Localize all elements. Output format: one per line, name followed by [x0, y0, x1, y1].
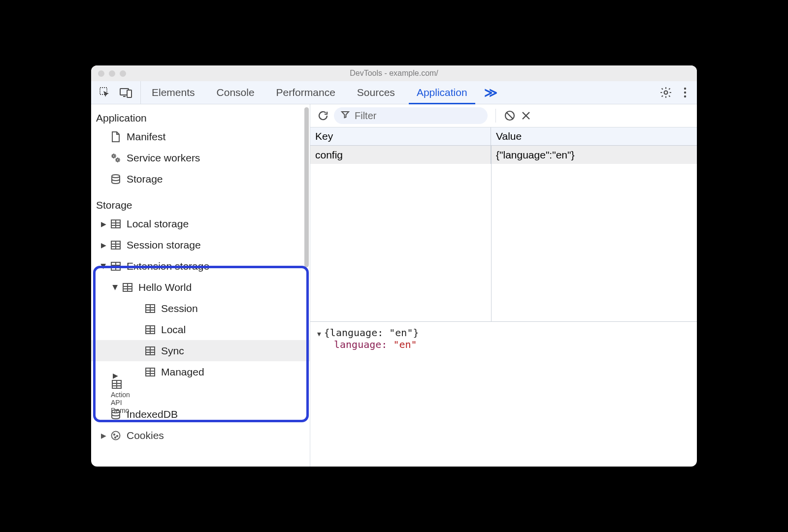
table-row[interactable]: config {"language":"en"} — [310, 146, 697, 164]
sidebar-item-session-storage[interactable]: Session storage — [91, 234, 310, 255]
storage-panel: Key Value config {"language":"en"} ▼{lan… — [310, 104, 697, 467]
sidebar-item-label: Hello World — [138, 282, 192, 293]
preview-key: language — [334, 339, 381, 350]
cookie-icon — [110, 430, 122, 441]
table-icon — [144, 367, 156, 377]
table-icon — [110, 240, 122, 250]
sidebar-item-session[interactable]: Session — [91, 298, 310, 319]
tab-sources[interactable]: Sources — [346, 81, 406, 104]
table-icon — [144, 304, 156, 313]
document-icon — [110, 131, 122, 143]
sidebar-item-sync[interactable]: Sync — [91, 340, 310, 361]
device-toolbar-icon[interactable] — [120, 87, 132, 98]
chevron-right-icon[interactable] — [99, 220, 108, 228]
sidebar-item-label: Local — [161, 324, 186, 336]
storage-toolbar — [310, 104, 697, 127]
svg-point-19 — [112, 410, 120, 413]
section-application: Application — [91, 109, 310, 126]
cell-key[interactable]: config — [310, 146, 491, 164]
devtools-window: DevTools - example.com/ Elements Console… — [91, 65, 697, 467]
tab-elements[interactable]: Elements — [141, 81, 206, 104]
preview-summary-text: {language: "en"} — [324, 327, 419, 339]
sidebar-item-label: Service workers — [127, 152, 200, 164]
sidebar-item-label: Session storage — [127, 239, 201, 251]
sidebar-item-cookies[interactable]: Cookies — [91, 425, 310, 446]
sidebar-item-label: Storage — [127, 173, 163, 185]
sidebar-item-action-api-demo[interactable]: Action API Demo — [91, 382, 310, 404]
scrollbar[interactable] — [304, 107, 309, 267]
sidebar-item-storage[interactable]: Storage — [91, 168, 310, 189]
sidebar-item-local-storage[interactable]: Local storage — [91, 213, 310, 234]
chevron-down-icon[interactable] — [99, 262, 108, 270]
sidebar-item-label: Manifest — [127, 131, 165, 143]
gears-icon — [110, 153, 122, 163]
sidebar-item-service-workers[interactable]: Service workers — [91, 147, 310, 168]
tabs-overflow-icon[interactable]: ≫ — [478, 81, 503, 104]
kebab-menu-icon[interactable] — [683, 87, 687, 98]
chevron-right-icon[interactable]: Action API Demo — [111, 372, 120, 414]
table-header: Key Value — [310, 127, 697, 146]
preview-value: "en" — [393, 339, 417, 350]
filter-input[interactable] — [355, 110, 481, 122]
column-value[interactable]: Value — [491, 127, 697, 145]
svg-point-21 — [114, 434, 115, 435]
block-icon[interactable] — [504, 110, 516, 122]
svg-point-5 — [684, 92, 686, 94]
storage-table: Key Value config {"language":"en"} — [310, 127, 697, 322]
close-icon[interactable] — [521, 110, 531, 121]
sidebar-item-manifest[interactable]: Manifest — [91, 126, 310, 147]
application-sidebar: Application Manifest Service workers Sto… — [91, 104, 310, 467]
chevron-down-icon[interactable]: ▼ — [317, 330, 321, 338]
sidebar-item-local[interactable]: Local — [91, 319, 310, 340]
preview-property[interactable]: language: "en" — [317, 339, 690, 350]
table-icon — [144, 346, 156, 356]
svg-point-7 — [113, 155, 115, 156]
maximize-window-icon[interactable] — [120, 70, 126, 77]
table-icon — [110, 261, 122, 271]
minimize-window-icon[interactable] — [109, 70, 115, 77]
filter-icon — [341, 110, 350, 121]
column-key[interactable]: Key — [310, 127, 491, 145]
section-storage: Storage — [91, 196, 310, 213]
main-toolbar: Elements Console Performance Sources App… — [91, 81, 697, 104]
window-title: DevTools - example.com/ — [91, 69, 697, 78]
chevron-right-icon[interactable] — [99, 432, 108, 439]
sidebar-item-label: Sync — [161, 345, 184, 357]
svg-point-9 — [112, 175, 120, 178]
filter-field[interactable] — [334, 107, 488, 124]
chevron-right-icon[interactable] — [99, 241, 108, 249]
svg-rect-2 — [127, 90, 131, 97]
table-icon — [144, 325, 156, 335]
sidebar-item-hello-world[interactable]: Hello World — [91, 277, 310, 298]
cell-value[interactable]: {"language":"en"} — [491, 146, 697, 164]
sidebar-item-label: Local storage — [127, 218, 189, 230]
gear-icon[interactable] — [659, 86, 672, 99]
column-divider[interactable] — [491, 146, 492, 321]
svg-point-6 — [684, 95, 686, 97]
inspect-element-icon[interactable] — [99, 87, 111, 98]
traffic-lights[interactable] — [91, 70, 126, 77]
preview-summary[interactable]: ▼{language: "en"} — [317, 327, 690, 339]
sidebar-item-managed[interactable]: Managed — [91, 361, 310, 382]
database-icon — [110, 174, 122, 185]
titlebar: DevTools - example.com/ — [91, 65, 697, 81]
sidebar-item-label: Extension storage — [127, 260, 209, 272]
refresh-icon[interactable] — [317, 110, 329, 122]
sidebar-item-label: IndexedDB — [127, 408, 178, 420]
tab-console[interactable]: Console — [206, 81, 265, 104]
svg-point-8 — [117, 158, 119, 160]
tab-performance[interactable]: Performance — [265, 81, 346, 104]
tab-application[interactable]: Application — [406, 81, 478, 104]
svg-point-3 — [664, 91, 668, 94]
divider — [495, 109, 496, 123]
table-icon — [111, 379, 123, 389]
sidebar-item-label: Managed — [161, 366, 204, 378]
sidebar-item-label: Session — [161, 303, 198, 314]
close-window-icon[interactable] — [98, 70, 104, 77]
table-icon — [122, 282, 133, 292]
table-icon — [110, 219, 122, 229]
sidebar-item-extension-storage[interactable]: Extension storage — [91, 255, 310, 277]
svg-point-22 — [117, 435, 118, 436]
sidebar-item-label: Cookies — [127, 430, 164, 441]
chevron-down-icon[interactable] — [111, 283, 120, 291]
